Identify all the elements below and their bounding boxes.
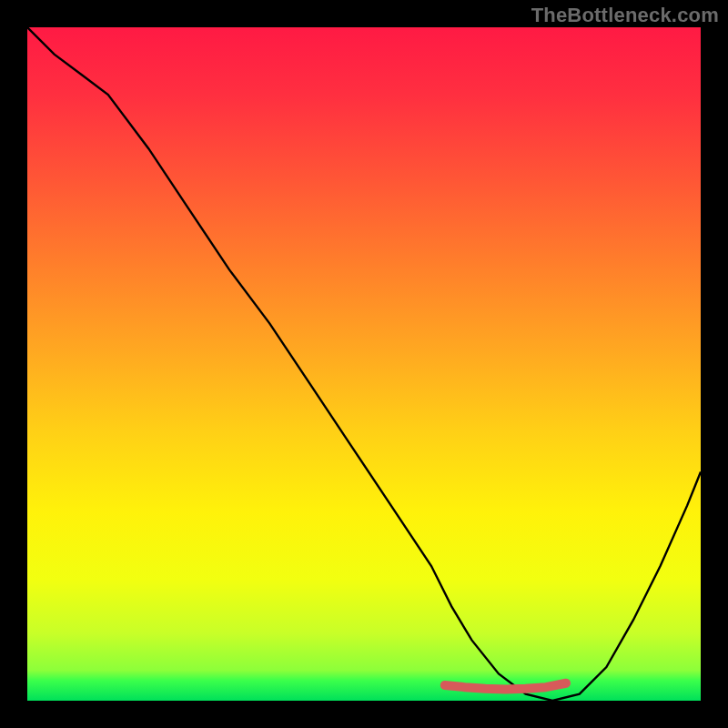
chart-frame: TheBottleneck.com: [0, 0, 728, 728]
plot-svg: [27, 27, 701, 701]
gradient-background: [27, 27, 701, 701]
watermark-text: TheBottleneck.com: [531, 4, 719, 27]
plot-area: [27, 27, 701, 701]
